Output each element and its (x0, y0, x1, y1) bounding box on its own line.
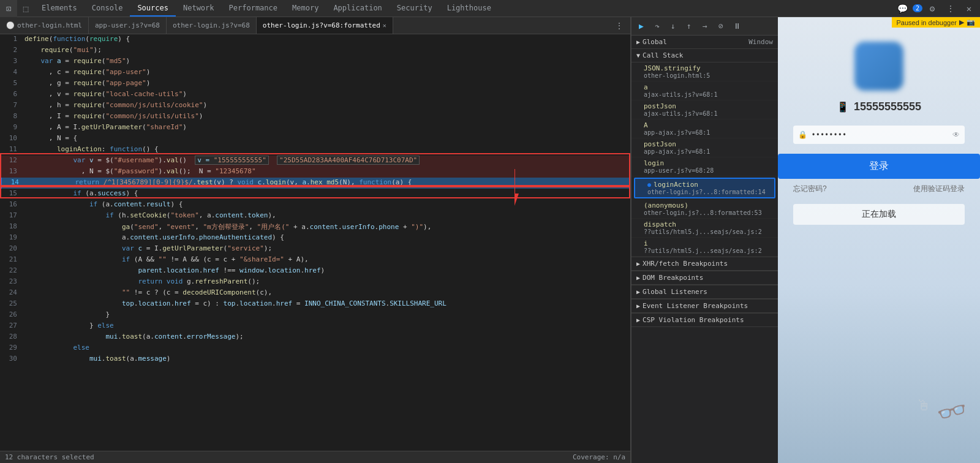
code-area[interactable]: 1 define(function(require) { 2 require("… (0, 34, 630, 451)
lock-icon: 🔒 (798, 130, 807, 139)
code-line-15: 15 if (a.success) { (0, 189, 630, 200)
main-tabs: Elements Console Sources Network Perform… (34, 0, 894, 17)
call-stack-item-login[interactable]: login app-user.js?v=68:28 (631, 157, 778, 176)
file-tabs-right: ⋮ (608, 17, 630, 34)
app-preview-panel: Paused in debugger ▶ 📷 📱 15555555555 🔒 •… (778, 17, 980, 463)
camera-icon[interactable]: 📷 (967, 18, 975, 26)
file-tab-close[interactable]: ✕ (383, 22, 386, 29)
tab-elements[interactable]: Elements (34, 0, 85, 17)
password-dots: •••••••• (812, 130, 848, 139)
forgot-password-link[interactable]: 忘记密码? (793, 184, 827, 194)
step-over-btn[interactable]: ↷ (650, 19, 665, 34)
chat-icon[interactable]: 💬 (894, 0, 911, 17)
loc-label: app-ajax.js?v=68:1 (644, 148, 771, 155)
file-icon: ⚪ (6, 21, 15, 29)
code-line-17: 17 if (h.setCookie("token", a.content.to… (0, 211, 630, 222)
code-line-20: 20 var c = I.getUrlParameter("service"); (0, 244, 630, 255)
code-line-9: 9 , A = I.getUrlParameter("shareId") (0, 122, 630, 134)
preview-content: 📱 15555555555 🔒 •••••••• 👁 登录 忘记密码? 使用验证… (778, 17, 980, 463)
glasses-decoration: 👓 (934, 394, 971, 429)
tab-network[interactable]: Network (176, 0, 222, 17)
call-stack-item-a[interactable]: a ajax-utils.js?v=68:1 (631, 81, 778, 100)
verify-login-link[interactable]: 使用验证码登录 (913, 184, 965, 194)
code-line-30: 30 mui.toast(a.message) (0, 354, 630, 365)
deactivate-btn[interactable]: ⊘ (714, 19, 728, 34)
tab-sources[interactable]: Sources (130, 0, 176, 17)
call-stack-item-dispatch[interactable]: dispatch ??utils/html5.j...seajs/sea.js:… (631, 219, 778, 238)
expand-icon: ▶ (636, 260, 640, 267)
step-out-btn[interactable]: ↑ (682, 19, 696, 34)
fn-label: i (644, 239, 771, 247)
app-logo (854, 42, 903, 91)
tab-lighthouse[interactable]: Lighthouse (440, 0, 499, 17)
status-bar: 12 characters selected Coverage: n/a (0, 451, 630, 463)
section-label: DOM Breakpoints (643, 274, 703, 282)
xhr-fetch-section[interactable]: ▶ XHR/fetch Breakpoints (631, 257, 778, 271)
step-into-btn[interactable]: ↓ (666, 19, 680, 34)
tab-performance[interactable]: Performance (222, 0, 285, 17)
step-btn[interactable]: → (698, 19, 712, 34)
tab-memory[interactable]: Memory (285, 0, 326, 17)
tab-security[interactable]: Security (390, 0, 440, 17)
fn-label: dispatch (644, 220, 771, 228)
file-tab-formatted[interactable]: other-login.js?v=68:formatted ✕ (257, 17, 393, 34)
global-listeners-section[interactable]: ▶ Global Listeners (631, 285, 778, 299)
file-tab-app-user[interactable]: app-user.js?v=68 (89, 17, 167, 34)
paused-banner: Paused in debugger ▶ 📷 (892, 17, 980, 28)
call-stack-item-i[interactable]: i ??utils/html5.j...seajs/sea.js:2 (631, 238, 778, 257)
global-section[interactable]: ▶ Global Window (631, 36, 778, 49)
expand-icon: ▶ (636, 274, 640, 281)
call-stack-item-anonymous[interactable]: (anonymous) other-login.js?...8:formatte… (631, 200, 778, 219)
call-stack-item-postjson2[interactable]: postJson app-ajax.js?v=68:1 (631, 138, 778, 157)
inspect-icon[interactable]: ⬚ (17, 0, 34, 17)
resume-btn[interactable]: ▶ (634, 19, 649, 34)
event-listeners-section[interactable]: ▶ Event Listener Breakpoints (631, 299, 778, 313)
call-stack-item-json[interactable]: JSON.stringify other-login.html:5 (631, 62, 778, 81)
code-line-14: 14 return /^1[3456789][0-9]{9}$/.test(v)… (0, 178, 630, 189)
section-label: Event Listener Breakpoints (643, 302, 748, 310)
code-line-22: 22 parent.location.href !== window.locat… (0, 266, 630, 277)
login-links: 忘记密码? 使用验证码登录 (793, 184, 965, 194)
debugger-panel: ▶ ↷ ↓ ↑ → ⊘ ⏸ ▶ Global Window ▼ Call Sta… (631, 17, 778, 463)
expand-icon: ▶ (636, 288, 640, 295)
csp-violation-section[interactable]: ▶ CSP Violation Breakpoints (631, 313, 778, 327)
loc-label: app-ajax.js?v=68:1 (644, 129, 771, 136)
code-line-19: 19 a.content.userInfo.phoneAuthenticated… (0, 233, 630, 244)
more-icon[interactable]: ⋮ (942, 0, 959, 17)
code-line-21: 21 if (A && "" != A && (c = c + "&shareI… (0, 255, 630, 266)
global-value: Window (748, 38, 773, 46)
loc-label: ajax-utils.js?v=68:1 (644, 91, 771, 98)
loc-label: ajax-utils.js?v=68:1 (644, 110, 771, 117)
call-stack-item-A[interactable]: A app-ajax.js?v=68:1 (631, 119, 778, 138)
call-stack-item-loginaction[interactable]: ● loginAction other-login.js?...8:format… (634, 178, 775, 198)
fn-label: JSON.stringify (644, 64, 771, 72)
code-line-16: 16 if (a.content.result) { (0, 200, 630, 211)
expand-icon: ▶ (636, 317, 640, 323)
debugger-toolbar: ▶ ↷ ↓ ↑ → ⊘ ⏸ (631, 17, 778, 36)
file-tab-other-login[interactable]: ⚪ other-login.html (0, 17, 89, 34)
tab-console[interactable]: Console (85, 0, 130, 17)
mouse-decoration: 🖱 (916, 397, 931, 414)
call-stack-label: Call Stack (643, 51, 683, 59)
tab-application[interactable]: Application (326, 0, 389, 17)
close-icon[interactable]: ✕ (960, 0, 978, 17)
fn-label: login (644, 159, 771, 167)
settings-icon[interactable]: ⚙ (924, 0, 941, 17)
code-line-1: 1 define(function(require) { (0, 34, 630, 45)
loc-label: ??utils/html5.j...seajs/sea.js:2 (644, 228, 771, 235)
call-stack-section[interactable]: ▼ Call Stack (631, 49, 778, 62)
eye-icon[interactable]: 👁 (952, 130, 960, 139)
code-line-25: 25 top.location.href = c) : top.location… (0, 299, 630, 310)
dom-breakpoints-section[interactable]: ▶ DOM Breakpoints (631, 271, 778, 285)
file-tab-other-login-js[interactable]: other-login.js?v=68 (167, 17, 257, 34)
cursor-icon[interactable]: ⊡ (0, 0, 17, 17)
call-stack-item-postjson1[interactable]: postJson ajax-utils.js?v=68:1 (631, 100, 778, 119)
more-tabs-icon[interactable]: ⋮ (611, 17, 628, 34)
login-button[interactable]: 登录 (778, 154, 980, 179)
code-line-13: 13 , N = $("#password").val(); N = "1234… (0, 167, 630, 178)
code-line-18: 18 ga("send", "event", "m方创帮登录", "用户名(" … (0, 222, 630, 233)
code-line-8: 8 , I = require("common/js/utils/utils") (0, 111, 630, 122)
pause-exception-btn[interactable]: ⏸ (729, 19, 744, 34)
toolbar-right: 💬 2 ⚙ ⋮ ✕ (894, 0, 980, 17)
play-icon[interactable]: ▶ (959, 18, 964, 26)
